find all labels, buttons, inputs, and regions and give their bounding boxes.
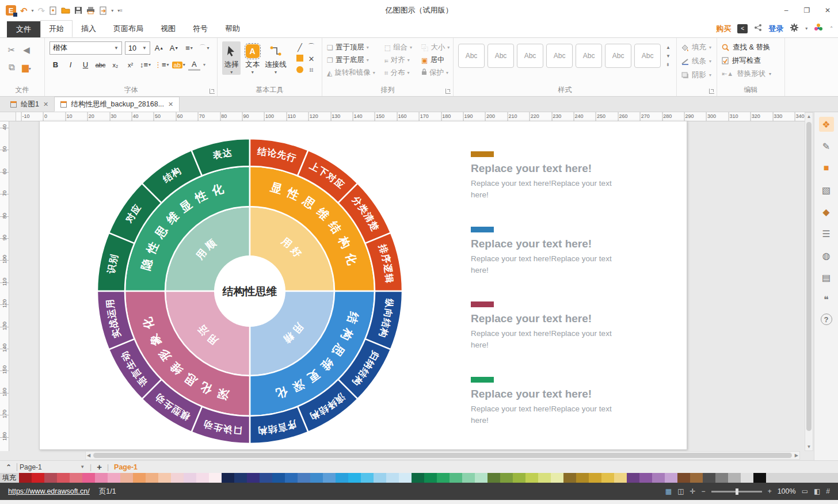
color-swatch[interactable] <box>677 473 690 483</box>
style-preset-5[interactable]: Abc <box>576 44 602 68</box>
picture-icon[interactable]: ▧ <box>819 182 834 197</box>
customize-toolbar-icon[interactable]: ▾≡ <box>117 8 123 13</box>
color-swatch[interactable] <box>247 473 260 483</box>
bullet-list-icon[interactable]: ⋮≡▾ <box>154 59 169 71</box>
color-swatch[interactable] <box>146 473 158 483</box>
color-swatch[interactable] <box>348 473 361 483</box>
format-painter-icon[interactable]: ◀ <box>23 45 30 55</box>
color-swatch[interactable] <box>753 473 766 483</box>
page-selector[interactable]: Page-1▼ <box>17 463 85 471</box>
ellipse-shape-icon[interactable] <box>296 66 303 75</box>
text-tool-button[interactable]: A 文本▾ <box>243 41 261 75</box>
color-swatch[interactable] <box>652 473 665 483</box>
italic-button[interactable]: I <box>64 59 77 71</box>
text-block-1[interactable]: Replace your text here! Replace your tex… <box>471 151 619 200</box>
bring-to-front-button[interactable]: ❏置于顶层▾ <box>327 43 375 52</box>
hyperlink-icon[interactable]: ◍ <box>819 248 834 263</box>
outline-icon[interactable]: ☰ <box>819 226 834 241</box>
login-link[interactable]: 登录 <box>768 24 783 34</box>
undo-icon[interactable]: ↶ <box>20 6 28 15</box>
size-button[interactable]: ⿻大小▾ <box>421 43 450 52</box>
zoom-in-button[interactable]: + <box>768 487 772 495</box>
tab-symbols[interactable]: 符号 <box>184 20 216 37</box>
text-block-4[interactable]: Replace your text here! Replace your tex… <box>471 377 619 426</box>
color-swatch[interactable] <box>741 473 753 483</box>
zoom-out-button[interactable]: − <box>702 487 706 495</box>
color-swatch[interactable] <box>538 473 551 483</box>
format-dialog-launcher-icon[interactable] <box>709 89 714 94</box>
edrawsoft-link[interactable]: https://www.edrawsoft.cn/ <box>8 487 90 495</box>
font-color-button[interactable]: A <box>188 59 200 71</box>
tab-home[interactable]: 开始 <box>40 20 73 37</box>
horizontal-scrollbar[interactable]: ◀ ▶ <box>85 451 800 460</box>
scroll-left-icon[interactable]: ◀ <box>86 453 92 458</box>
maximize-button[interactable]: ❐ <box>797 2 817 18</box>
color-swatch[interactable] <box>222 473 234 483</box>
minimize-button[interactable]: – <box>776 2 797 18</box>
style-preset-2[interactable]: Abc <box>487 44 514 68</box>
color-swatch[interactable] <box>361 473 374 483</box>
spell-check-button[interactable]: 拼写检查 <box>722 56 780 66</box>
fit-page-icon[interactable]: ◫ <box>677 487 684 495</box>
line-style-icon[interactable]: ✎ <box>819 139 834 154</box>
scroll-right-icon[interactable]: ▶ <box>794 453 799 458</box>
color-swatch[interactable] <box>82 473 95 483</box>
protect-button[interactable]: 保护▾ <box>421 68 450 78</box>
line-spacing-icon[interactable]: ↕≡▾ <box>139 59 151 71</box>
arc-shape-icon[interactable]: ⌒ <box>307 42 315 52</box>
close-button[interactable]: ✕ <box>817 2 838 18</box>
send-to-back-button[interactable]: ❐置于底层▾ <box>327 55 375 65</box>
horizontal-scroll-thumb[interactable] <box>93 453 792 458</box>
zoom-slider[interactable] <box>711 491 762 492</box>
style-preset-7[interactable]: Abc <box>634 44 661 68</box>
color-swatch[interactable] <box>260 473 272 483</box>
new-file-icon[interactable] <box>49 6 57 15</box>
color-swatch[interactable] <box>209 473 222 483</box>
color-swatch[interactable] <box>323 473 336 483</box>
color-swatch[interactable] <box>665 473 677 483</box>
color-swatch[interactable] <box>627 473 639 483</box>
color-swatch[interactable] <box>589 473 601 483</box>
crop-icon[interactable]: ⌗ <box>309 66 313 75</box>
undo-dropdown-icon[interactable]: ▾ <box>32 8 34 13</box>
collapse-ribbon-icon[interactable]: ⌃ <box>829 26 833 31</box>
color-swatch[interactable] <box>437 473 450 483</box>
color-swatch[interactable] <box>19 473 32 483</box>
clipart-icon[interactable]: ◆ <box>819 204 834 219</box>
superscript-button[interactable]: x² <box>124 59 136 71</box>
symbol-library-icon[interactable]: ❖ <box>819 117 834 132</box>
select-tool-button[interactable]: 选择▾ <box>222 41 241 75</box>
color-swatch[interactable] <box>450 473 462 483</box>
scroll-up-icon[interactable]: ▲ <box>805 114 813 119</box>
paste-icon[interactable]: ▆▾ <box>22 62 31 72</box>
close-tab-icon[interactable]: ✕ <box>168 101 173 108</box>
color-swatch[interactable] <box>462 473 475 483</box>
connector-tool-button[interactable]: 连接线▾ <box>264 41 287 75</box>
connection-point-icon[interactable]: ✕ <box>308 55 315 63</box>
feedback-icon[interactable]: < <box>737 24 748 33</box>
color-swatch[interactable] <box>120 473 133 483</box>
color-swatch[interactable] <box>32 473 44 483</box>
color-swatch[interactable] <box>601 473 614 483</box>
line-button[interactable]: 线条▾ <box>681 56 712 66</box>
vertical-scrollbar[interactable]: ▲ ▼ <box>805 112 813 451</box>
color-swatch[interactable] <box>424 473 437 483</box>
export-dropdown-icon[interactable]: ▾ <box>111 8 113 13</box>
fill-button[interactable]: 填充▾ <box>681 43 712 52</box>
doc-tab-drawing1[interactable]: 绘图1 ✕ <box>5 97 54 112</box>
pan-tool-icon[interactable]: ✛ <box>690 487 696 495</box>
doc-tab-structural-thinking[interactable]: 结构性思维_backup_28168... ✕ <box>54 97 180 112</box>
cut-icon[interactable]: ✂ <box>8 45 16 55</box>
text-arc-icon[interactable]: ⌒▾ <box>198 42 210 54</box>
scroll-down-icon[interactable]: ▼ <box>805 444 813 449</box>
color-swatch[interactable] <box>70 473 82 483</box>
full-screen-icon[interactable]: ◧ <box>814 487 820 495</box>
settings-gear-icon[interactable] <box>790 23 799 34</box>
color-swatch[interactable] <box>399 473 412 483</box>
canvas-page[interactable]: 识别对应结构表达隐性思维显性化用顺结论先行上下对应分类清楚排序逻辑显性思维结构化… <box>39 121 687 450</box>
color-swatch[interactable] <box>298 473 310 483</box>
tab-help[interactable]: 帮助 <box>216 20 249 37</box>
replace-shape-button[interactable]: ⇤▲ 替换形状▾ <box>722 69 780 79</box>
color-swatch[interactable] <box>487 473 500 483</box>
color-swatch[interactable] <box>576 473 589 483</box>
